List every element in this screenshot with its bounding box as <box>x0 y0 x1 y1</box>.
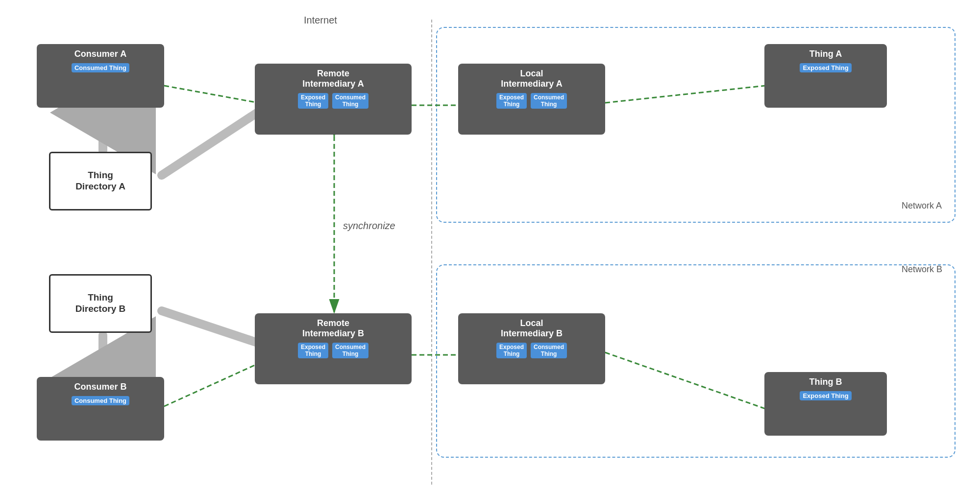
consumer-b-node: Consumer B Consumed Thing <box>37 377 164 441</box>
diagram: Network A Network B Internet <box>0 0 980 490</box>
local-b-node: Local Intermediary B Exposed Thing Consu… <box>458 313 605 384</box>
consumer-a-title: Consumer A <box>43 49 158 59</box>
thing-b-title: Thing B <box>770 377 881 387</box>
thing-dir-b-title: Thing Directory B <box>75 292 125 315</box>
remote-b-title: Remote Intermediary B <box>261 318 406 339</box>
local-a-title: Local Intermediary A <box>464 69 599 89</box>
thing-a-title: Thing A <box>770 49 881 59</box>
thing-a-badge: Exposed Thing <box>800 63 851 72</box>
network-a-label: Network A <box>902 201 942 211</box>
remote-b-consumed-badge: Consumed Thing <box>332 343 368 358</box>
thing-dir-b-node: Thing Directory B <box>49 274 152 333</box>
consumer-a-node: Consumer A Consumed Thing <box>37 44 164 108</box>
local-b-title: Local Intermediary B <box>464 318 599 339</box>
remote-b-node: Remote Intermediary B Exposed Thing Cons… <box>255 313 412 384</box>
local-a-node: Local Intermediary A Exposed Thing Consu… <box>458 64 605 135</box>
remote-b-exposed-badge: Exposed Thing <box>298 343 328 358</box>
thing-a-node: Thing A Exposed Thing <box>764 44 887 108</box>
synchronize-label: synchronize <box>343 220 395 232</box>
arrow-remote-b-to-dir-b <box>162 311 257 343</box>
local-b-consumed-badge: Consumed Thing <box>531 343 567 358</box>
arrow-remote-a-to-dir-a <box>162 113 257 175</box>
network-b-label: Network B <box>902 264 942 275</box>
consumer-b-badge: Consumed Thing <box>72 396 129 405</box>
thing-dir-a-node: Thing Directory A <box>49 152 152 210</box>
thing-b-node: Thing B Exposed Thing <box>764 372 887 436</box>
consumer-b-title: Consumer B <box>43 382 158 392</box>
internet-divider <box>431 20 432 485</box>
remote-a-node: Remote Intermediary A Exposed Thing Cons… <box>255 64 412 135</box>
remote-a-title: Remote Intermediary A <box>261 69 406 89</box>
remote-a-consumed-badge: Consumed Thing <box>332 93 368 109</box>
thing-dir-a-title: Thing Directory A <box>75 170 125 192</box>
internet-label: Internet <box>304 15 337 26</box>
remote-a-exposed-badge: Exposed Thing <box>298 93 328 109</box>
consumer-a-badge: Consumed Thing <box>72 63 129 72</box>
local-a-consumed-badge: Consumed Thing <box>531 93 567 109</box>
thing-b-badge: Exposed Thing <box>800 391 851 400</box>
local-a-exposed-badge: Exposed Thing <box>496 93 527 109</box>
local-b-exposed-badge: Exposed Thing <box>496 343 527 358</box>
